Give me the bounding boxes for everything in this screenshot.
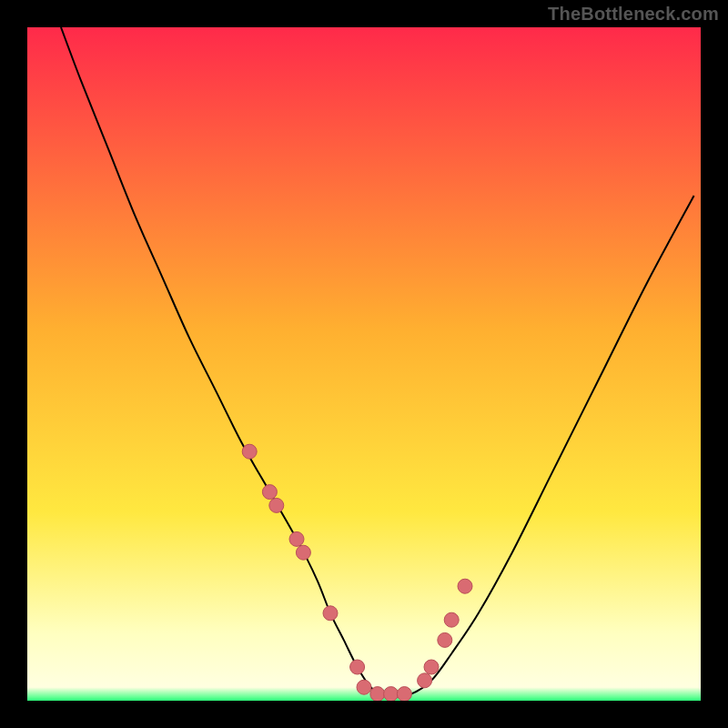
data-marker bbox=[384, 687, 399, 701]
data-marker bbox=[289, 531, 304, 546]
data-marker bbox=[418, 673, 432, 688]
data-marker bbox=[370, 687, 385, 701]
bottleneck-chart bbox=[27, 27, 701, 701]
data-marker bbox=[262, 485, 277, 500]
data-marker bbox=[397, 687, 411, 701]
data-marker bbox=[424, 660, 439, 674]
plot-area bbox=[27, 27, 701, 701]
data-marker bbox=[357, 680, 371, 694]
data-marker bbox=[269, 498, 284, 512]
data-marker bbox=[350, 660, 365, 674]
data-marker bbox=[296, 545, 310, 560]
gradient-background bbox=[27, 27, 701, 701]
data-marker bbox=[242, 444, 257, 459]
chart-frame: TheBottleneck.com bbox=[0, 0, 728, 728]
data-marker bbox=[444, 612, 459, 627]
data-marker bbox=[438, 632, 452, 647]
watermark-label: TheBottleneck.com bbox=[548, 4, 719, 25]
data-marker bbox=[323, 606, 338, 621]
data-marker bbox=[458, 579, 472, 593]
